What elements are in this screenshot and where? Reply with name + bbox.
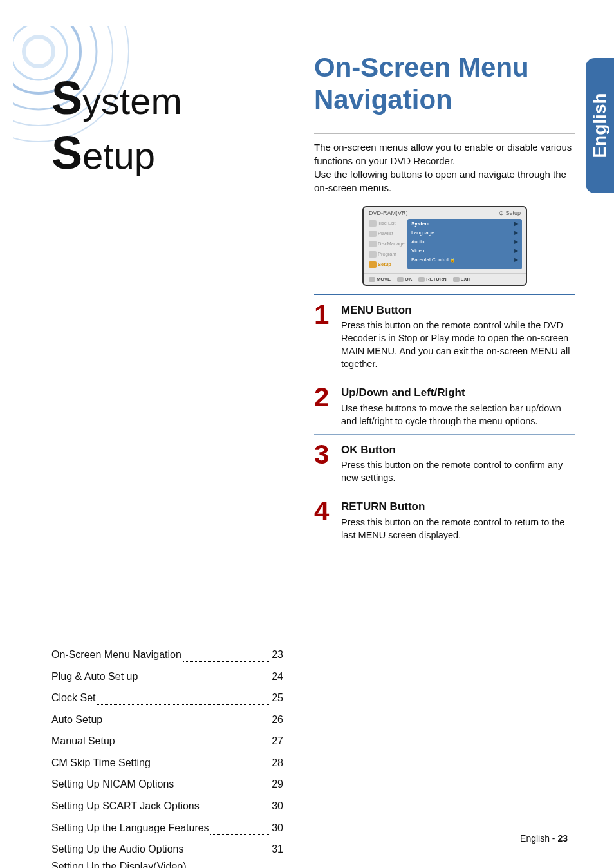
osd-option: Parental Control🔒▶ — [411, 257, 518, 263]
legend-button-icon — [369, 277, 375, 282]
toc-dots — [175, 769, 270, 791]
toc-dots — [185, 835, 270, 856]
toc-item: Setting Up the Audio Options31 — [51, 838, 283, 860]
toc-item-label: Setting Up NICAM Options — [51, 773, 174, 795]
lock-icon: 🔒 — [450, 258, 456, 262]
step-number: 2 — [314, 385, 337, 427]
osd-sidebar-item: DiscManager — [367, 240, 405, 249]
step-heading: OK Button — [341, 442, 575, 457]
toc-dots — [183, 640, 270, 662]
toc-item-page: 24 — [272, 666, 283, 688]
svg-point-8 — [521, 116, 546, 142]
osd-sidebar-icon — [369, 261, 377, 268]
osd-sidebar-label: DiscManager — [378, 241, 406, 247]
instruction-step: 4RETURN ButtonPress this button on the r… — [314, 499, 575, 541]
osd-sidebar-icon — [369, 241, 377, 247]
footer-page-number: 23 — [557, 833, 568, 844]
osd-top-right: ⊙ Setup — [499, 210, 521, 216]
toc-item-page: 26 — [272, 709, 283, 731]
page-footer: English - 23 — [520, 833, 568, 844]
instruction-step: 1MENU ButtonPress this button on the rem… — [314, 303, 575, 370]
osd-legend-item: RETURN — [418, 276, 446, 282]
divider — [314, 294, 575, 295]
toc-item-page: 31 — [272, 838, 283, 860]
step-heading: MENU Button — [341, 303, 575, 317]
step-heading: RETURN Button — [341, 499, 575, 514]
osd-sidebar-icon — [369, 251, 377, 258]
toc-dots — [201, 791, 270, 813]
toc-item-page: 30 — [272, 817, 283, 839]
toc-item-page: 29 — [272, 773, 283, 795]
toc-item-label: Setting Up the Audio Options — [51, 838, 183, 860]
step-text: Use these buttons to move the selection … — [341, 402, 575, 428]
osd-sidebar-icon — [369, 231, 377, 237]
divider — [314, 133, 575, 134]
table-of-contents: On-Screen Menu Navigation23Plug & Auto S… — [51, 644, 283, 868]
osd-option-label: Audio — [411, 239, 424, 245]
step-heading: Up/Down and Left/Right — [341, 385, 575, 400]
toc-item-page: 27 — [272, 730, 283, 752]
legend-button-icon — [397, 277, 404, 282]
osd-option: Audio▶ — [411, 239, 518, 245]
step-number: 4 — [314, 499, 337, 541]
step-text: Press this button on the remote control … — [341, 458, 575, 484]
toc-item-page: 25 — [272, 687, 283, 709]
toc-dots — [210, 813, 271, 835]
toc-item-label: CM Skip Time Setting — [51, 752, 151, 774]
step-body: OK ButtonPress this button on the remote… — [341, 442, 575, 484]
legend-button-icon — [453, 277, 460, 282]
osd-sidebar-item: Program — [367, 250, 405, 259]
osd-sidebar-label: Title List — [378, 220, 396, 226]
toc-dots — [139, 662, 270, 684]
osd-option-label: System — [411, 221, 429, 227]
osd-sidebar-item: Playlist — [367, 229, 405, 238]
osd-top-left: DVD-RAM(VR) — [369, 210, 408, 216]
osd-sidebar-item: Setup — [367, 260, 405, 269]
toc-dots — [97, 683, 270, 705]
step-text: Press this button on the remote control … — [341, 516, 575, 542]
chevron-right-icon: ▶ — [514, 230, 518, 236]
toc-item-page: 30 — [272, 795, 283, 817]
osd-legend-item: EXIT — [453, 276, 472, 282]
osd-sidebar-item: Title List — [367, 219, 405, 228]
chevron-right-icon: ▶ — [514, 248, 518, 254]
osd-option-label: Language — [411, 230, 434, 236]
language-side-tab-label: English — [590, 93, 610, 158]
osd-options-panel: System▶Language▶Audio▶Video▶Parental Con… — [407, 219, 522, 269]
toc-item-page: 23 — [272, 644, 283, 666]
step-number: 1 — [314, 303, 337, 370]
step-body: MENU ButtonPress this button on the remo… — [341, 303, 575, 370]
osd-screenshot: DVD-RAM(VR) ⊙ Setup Title ListPlaylistDi… — [362, 206, 527, 286]
toc-item-label: Auto Setup — [51, 709, 102, 731]
osd-option: Language▶ — [411, 230, 518, 236]
chevron-right-icon: ▶ — [514, 257, 518, 263]
osd-legend-item: OK — [397, 276, 412, 282]
step-body: RETURN ButtonPress this button on the re… — [341, 499, 575, 541]
osd-option: Video▶ — [411, 248, 518, 254]
legend-button-icon — [418, 277, 425, 282]
toc-dots — [152, 748, 270, 770]
toc-item-label: Setting Up the Display(Video) — [51, 860, 283, 868]
toc-item-label: Manual Setup — [51, 730, 115, 752]
osd-option: System▶ — [411, 221, 518, 227]
step-body: Up/Down and Left/RightUse these buttons … — [341, 385, 575, 427]
toc-item-label: Setting Up SCART Jack Options — [51, 795, 200, 817]
osd-legend: MOVEOKRETURNEXIT — [364, 273, 526, 285]
section-heading: On-Screen Menu Navigation — [314, 52, 575, 117]
osd-option-label: Parental Control🔒 — [411, 257, 456, 263]
footer-language: English — [520, 833, 550, 844]
step-number: 3 — [314, 442, 337, 484]
osd-sidebar-label: Playlist — [378, 231, 393, 236]
language-side-tab: English — [586, 58, 614, 193]
intro-text: The on-screen menus allow you to enable … — [314, 140, 575, 194]
divider — [314, 491, 575, 491]
osd-sidebar-label: Setup — [378, 261, 391, 267]
osd-sidebar-label: Program — [378, 251, 396, 257]
chevron-right-icon: ▶ — [514, 221, 518, 227]
osd-sidebar-icon — [369, 220, 377, 227]
instruction-step: 3OK ButtonPress this button on the remot… — [314, 442, 575, 484]
step-text: Press this button on the remote control … — [341, 319, 575, 370]
osd-legend-item: MOVE — [369, 276, 391, 282]
divider — [314, 434, 575, 435]
chevron-right-icon: ▶ — [514, 239, 518, 245]
